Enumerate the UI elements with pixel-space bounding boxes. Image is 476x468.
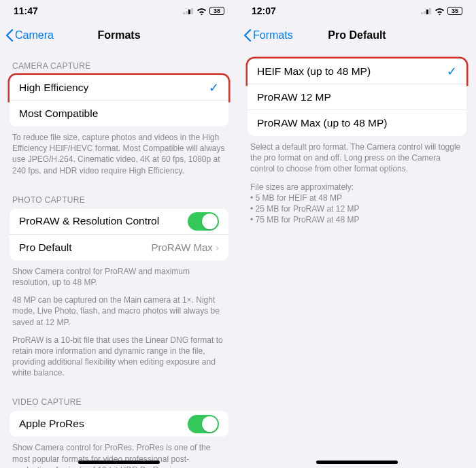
wifi-icon — [435, 7, 445, 15]
phone-pro-default: 12:07 35 Formats Pro Default HEIF Max (u… — [238, 0, 476, 468]
footer-camera-capture: To reduce file size, capture photos and … — [10, 127, 228, 176]
footer-pro-default: Select a default pro format. The Camera … — [248, 136, 466, 225]
svg-rect-7 — [429, 8, 431, 14]
svg-rect-1 — [186, 11, 188, 14]
svg-rect-0 — [183, 12, 185, 14]
toggle-prores[interactable] — [188, 415, 219, 433]
battery-icon: 35 — [447, 7, 462, 15]
wifi-icon — [197, 7, 207, 15]
svg-rect-5 — [424, 11, 426, 14]
cellular-icon — [421, 7, 432, 14]
row-label: High Efficiency — [19, 82, 88, 94]
row-label: HEIF Max (up to 48 MP) — [257, 65, 371, 78]
back-button[interactable]: Camera — [5, 29, 54, 41]
section-header-camera-capture: CAMERA CAPTURE — [10, 49, 228, 75]
battery-icon: 38 — [209, 7, 224, 15]
svg-rect-6 — [426, 10, 428, 14]
row-value: ProRAW Max — [152, 241, 213, 253]
row-label: ProRAW 12 MP — [257, 91, 331, 103]
check-icon: ✓ — [209, 80, 219, 95]
row-pro-default[interactable]: Pro Default ProRAW Max › — [10, 235, 228, 261]
svg-rect-2 — [188, 10, 190, 14]
row-apple-prores[interactable]: Apple ProRes — [10, 411, 228, 437]
footer-photo-capture: Show Camera control for ProRAW and maxim… — [10, 261, 228, 379]
chevron-right-icon: › — [216, 241, 219, 254]
status-bar: 12:07 35 — [238, 0, 476, 22]
row-label: ProRAW & Resolution Control — [19, 215, 159, 227]
back-button[interactable]: Formats — [243, 29, 293, 41]
home-indicator[interactable] — [316, 461, 398, 464]
status-right: 35 — [421, 7, 462, 15]
footer-size-a: • 5 MB for HEIF at 48 MP — [250, 193, 342, 203]
home-indicator[interactable] — [78, 461, 160, 464]
footer-size-b: • 25 MB for ProRAW at 12 MP — [250, 204, 359, 214]
toggle-proraw[interactable] — [188, 212, 219, 231]
cellular-icon — [183, 7, 194, 14]
group-camera-capture: High Efficiency ✓ Most Compatible — [10, 75, 228, 127]
group-pro-default: HEIF Max (up to 48 MP) ✓ ProRAW 12 MP Pr… — [248, 58, 466, 136]
row-label: ProRAW Max (up to 48 MP) — [257, 117, 388, 129]
check-icon: ✓ — [447, 64, 457, 79]
status-time: 12:07 — [252, 5, 276, 16]
footer-sizes-head: File sizes are approximately: — [250, 182, 354, 192]
section-header-video-capture: VIDEO CAPTURE — [10, 385, 228, 411]
row-label: Most Compatible — [19, 107, 98, 120]
row-label: Apple ProRes — [19, 418, 84, 430]
nav-bar: Formats Pro Default — [238, 22, 476, 49]
chevron-left-icon — [5, 29, 14, 41]
phone-formats: 11:47 38 Camera Formats CAMERA CAPTURE H… — [0, 0, 238, 468]
svg-rect-3 — [191, 8, 193, 14]
row-proraw-resolution[interactable]: ProRAW & Resolution Control — [10, 209, 228, 235]
back-label: Camera — [15, 29, 54, 41]
chevron-left-icon — [243, 29, 252, 41]
row-proraw-12mp[interactable]: ProRAW 12 MP — [248, 84, 466, 110]
back-label: Formats — [253, 29, 293, 41]
row-most-compatible[interactable]: Most Compatible — [10, 101, 228, 127]
footer-size-c: • 75 MB for ProRAW at 48 MP — [250, 215, 359, 224]
row-proraw-max[interactable]: ProRAW Max (up to 48 MP) — [248, 110, 466, 136]
nav-bar: Camera Formats — [0, 22, 238, 49]
row-high-efficiency[interactable]: High Efficiency ✓ — [10, 75, 228, 101]
status-time: 11:47 — [14, 5, 38, 16]
svg-rect-4 — [421, 12, 423, 14]
status-right: 38 — [183, 7, 224, 15]
row-label: Pro Default — [19, 241, 72, 254]
row-heif-max[interactable]: HEIF Max (up to 48 MP) ✓ — [248, 58, 466, 84]
group-photo-capture: ProRAW & Resolution Control Pro Default … — [10, 209, 228, 261]
group-video-capture: Apple ProRes — [10, 411, 228, 437]
status-bar: 11:47 38 — [0, 0, 238, 22]
section-header-photo-capture: PHOTO CAPTURE — [10, 183, 228, 209]
